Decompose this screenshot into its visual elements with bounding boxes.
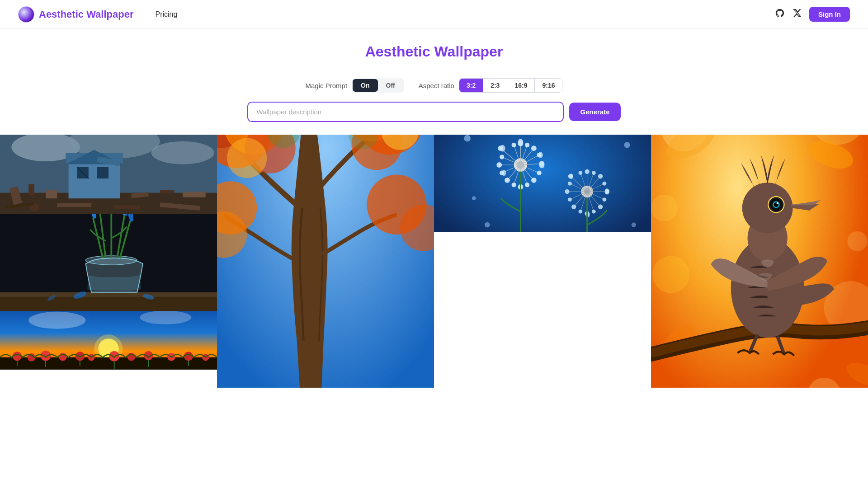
gallery-image-sunset-poppies[interactable] xyxy=(0,311,217,370)
gallery-image-blue-tulips[interactable] xyxy=(0,214,217,311)
svg-point-107 xyxy=(537,171,541,175)
svg-point-146 xyxy=(603,197,607,202)
sign-in-button[interactable]: Sign In xyxy=(809,7,850,22)
svg-point-43 xyxy=(41,351,51,361)
toggle-on-button[interactable]: On xyxy=(353,79,377,92)
svg-point-160 xyxy=(624,142,630,148)
svg-rect-25 xyxy=(0,292,217,297)
svg-rect-7 xyxy=(46,190,57,198)
hero-title: Aesthetic Wallpaper xyxy=(9,43,859,60)
svg-point-150 xyxy=(579,210,583,214)
svg-point-185 xyxy=(777,202,778,204)
nav-pricing[interactable]: Pricing xyxy=(155,10,177,19)
svg-point-154 xyxy=(568,182,572,186)
nav-right: Sign In xyxy=(775,7,850,22)
svg-point-117 xyxy=(518,139,524,146)
svg-point-104 xyxy=(531,145,537,151)
svg-rect-20 xyxy=(57,203,91,207)
svg-point-189 xyxy=(651,195,678,221)
svg-point-140 xyxy=(579,171,583,175)
svg-point-169 xyxy=(652,256,689,293)
svg-point-157 xyxy=(586,212,590,218)
aspect-ratio-selector: 3:2 2:3 16:9 9:16 xyxy=(459,78,563,93)
svg-point-147 xyxy=(598,205,603,209)
svg-point-151 xyxy=(571,205,576,209)
svg-point-112 xyxy=(505,178,510,183)
gallery-column-1 xyxy=(0,135,217,388)
svg-point-3 xyxy=(151,141,214,164)
svg-point-190 xyxy=(847,231,867,251)
aspect-3-2-button[interactable]: 3:2 xyxy=(459,79,483,92)
svg-point-75 xyxy=(227,138,267,178)
svg-point-115 xyxy=(500,155,504,159)
svg-point-38 xyxy=(28,312,85,329)
github-icon xyxy=(775,8,785,20)
x-twitter-button[interactable] xyxy=(792,8,802,20)
svg-point-118 xyxy=(538,152,542,158)
svg-point-116 xyxy=(500,145,505,152)
svg-rect-6 xyxy=(28,184,34,196)
magic-prompt-control: Magic Prompt On Off xyxy=(306,78,404,93)
svg-point-41 xyxy=(13,352,22,361)
aspect-2-3-button[interactable]: 2:3 xyxy=(483,79,507,92)
navbar: Aesthetic Wallpaper Pricing Sign In xyxy=(0,0,868,29)
svg-point-161 xyxy=(632,222,636,227)
svg-rect-17 xyxy=(183,192,206,197)
svg-point-111 xyxy=(512,183,516,187)
gallery-column-4 xyxy=(651,135,868,388)
logo-icon xyxy=(18,6,34,23)
gallery-image-bird[interactable] xyxy=(651,135,868,388)
svg-point-101 xyxy=(512,143,516,147)
gallery-image-dandelion[interactable] xyxy=(434,135,651,232)
svg-point-119 xyxy=(539,162,545,169)
svg-point-143 xyxy=(598,174,603,178)
svg-point-51 xyxy=(184,352,193,361)
svg-rect-24 xyxy=(0,295,217,311)
logo-link[interactable]: Aesthetic Wallpaper xyxy=(18,6,133,23)
nav-links: Pricing xyxy=(155,10,177,19)
svg-point-120 xyxy=(501,170,506,176)
svg-point-141 xyxy=(585,169,589,174)
svg-point-142 xyxy=(592,171,596,175)
svg-rect-16 xyxy=(160,190,175,193)
logo-text: Aesthetic Wallpaper xyxy=(39,9,133,20)
svg-point-162 xyxy=(472,196,476,200)
aspect-ratio-label: Aspect ratio xyxy=(419,82,454,89)
svg-rect-14 xyxy=(97,167,108,178)
magic-prompt-toggle: On Off xyxy=(352,78,404,93)
search-section: Generate xyxy=(0,102,868,135)
svg-rect-80 xyxy=(434,135,651,232)
svg-point-108 xyxy=(531,178,537,183)
controls-section: Magic Prompt On Off Aspect ratio 3:2 2:3… xyxy=(0,78,868,93)
svg-point-156 xyxy=(605,188,609,194)
github-button[interactable] xyxy=(775,8,785,20)
aspect-9-16-button[interactable]: 9:16 xyxy=(535,79,562,92)
aspect-ratio-control: Aspect ratio 3:2 2:3 16:9 9:16 xyxy=(419,78,563,93)
generate-button[interactable]: Generate xyxy=(569,103,620,121)
svg-point-148 xyxy=(592,210,596,214)
svg-point-153 xyxy=(565,189,569,194)
hero-section: Aesthetic Wallpaper xyxy=(0,29,868,78)
gallery-column-3 xyxy=(434,135,651,388)
x-icon xyxy=(792,8,802,20)
gallery-image-ruined-house[interactable] xyxy=(0,135,217,214)
magic-prompt-label: Magic Prompt xyxy=(306,82,348,89)
svg-point-45 xyxy=(75,352,85,361)
svg-point-109 xyxy=(525,183,529,187)
toggle-off-button[interactable]: Off xyxy=(378,79,403,92)
svg-point-39 xyxy=(140,311,191,324)
gallery xyxy=(0,135,868,388)
svg-point-152 xyxy=(568,197,572,202)
gallery-column-2 xyxy=(217,135,434,388)
wallpaper-description-input[interactable] xyxy=(247,102,564,122)
gallery-image-autumn-tree[interactable] xyxy=(217,135,434,388)
svg-point-103 xyxy=(525,143,529,147)
svg-rect-21 xyxy=(114,205,140,209)
svg-point-114 xyxy=(496,162,502,168)
svg-point-179 xyxy=(742,183,793,233)
svg-point-158 xyxy=(464,135,471,142)
svg-point-155 xyxy=(569,174,573,179)
aspect-16-9-button[interactable]: 16:9 xyxy=(507,79,535,92)
svg-point-144 xyxy=(603,182,607,186)
svg-point-47 xyxy=(109,351,119,361)
